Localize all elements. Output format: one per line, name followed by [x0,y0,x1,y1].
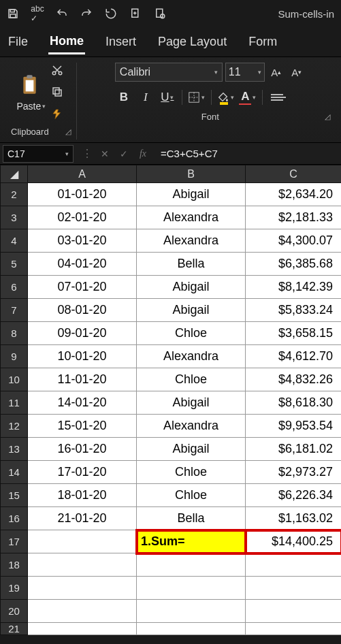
cell[interactable]: $4,612.70 [246,345,342,368]
row-header[interactable]: 8 [1,322,28,345]
cell[interactable]: Abigail [137,438,246,461]
table-row[interactable]: 6 07-01-20 Abigail $8,142.39 [1,276,342,299]
cell[interactable]: Bella [137,253,246,276]
fill-color-button[interactable]: ▾ [217,88,235,106]
sum-row[interactable]: 17 1.Sum= $14,400.25 [1,530,342,553]
cell[interactable]: 08-01-20 [28,299,137,322]
row-header[interactable]: 4 [1,229,28,253]
enter-formula-icon[interactable]: ✓ [117,148,131,159]
row-header[interactable]: 9 [1,345,28,368]
repeat-icon[interactable] [102,5,120,22]
tab-file[interactable]: File [7,31,29,53]
cell[interactable]: 16-01-20 [28,438,137,461]
cell[interactable]: $6,385.68 [246,253,342,276]
row-header[interactable]: 14 [1,461,28,484]
cell[interactable]: Chloe [137,368,246,391]
table-row[interactable]: 18 [1,553,342,577]
row-header[interactable]: 12 [1,415,28,438]
sum-label-cell[interactable]: 1.Sum= [137,530,246,553]
cell[interactable] [137,600,246,623]
cell[interactable]: Alexandra [137,229,246,253]
cell[interactable] [28,600,137,623]
cell[interactable]: 04-01-20 [28,253,137,276]
cell[interactable]: 11-01-20 [28,368,137,391]
table-row[interactable]: 8 09-01-20 Chloe $3,658.15 [1,322,342,345]
table-row[interactable]: 9 10-01-20 Alexandra $4,612.70 [1,345,342,368]
clipboard-launcher-icon[interactable]: ◿ [65,127,71,136]
cell[interactable]: $2,181.33 [246,206,342,229]
cell[interactable] [28,577,137,600]
cell[interactable]: Alexandra [137,415,246,438]
row-header[interactable]: 21 [1,623,28,635]
underline-button[interactable]: U▾ [159,88,176,106]
cell[interactable]: 18-01-20 [28,484,137,507]
cell[interactable] [28,553,137,577]
cell[interactable]: $2,634.20 [246,183,342,206]
row-header[interactable]: 17 [1,530,28,553]
row-header[interactable]: 3 [1,206,28,229]
cell[interactable]: $8,142.39 [246,276,342,299]
increase-font-icon[interactable]: A▴ [267,63,285,81]
col-header-b[interactable]: B [137,165,246,183]
cell[interactable]: Abigail [137,391,246,415]
cell[interactable]: $6,181.02 [246,438,342,461]
print-preview-icon[interactable] [151,5,169,22]
row-header[interactable]: 19 [1,577,28,600]
cell[interactable]: $2,973.27 [246,461,342,484]
row-header[interactable]: 10 [1,368,28,391]
cell[interactable]: Chloe [137,484,246,507]
save-icon[interactable] [4,5,22,22]
font-size-selector[interactable]: 11▾ [225,63,265,82]
cell[interactable]: Abigail [137,299,246,322]
col-header-a[interactable]: A [28,165,137,183]
cell[interactable]: Abigail [137,276,246,299]
cell[interactable]: Alexandra [137,345,246,368]
cell[interactable]: Chloe [137,461,246,484]
tab-page-layout[interactable]: Page Layout [157,31,228,53]
cell[interactable]: 21-01-20 [28,507,137,530]
cell[interactable]: $9,953.54 [246,415,342,438]
row-header[interactable]: 16 [1,507,28,530]
table-row[interactable]: 19 [1,577,342,600]
select-all-corner[interactable]: ◢ [1,165,28,183]
cell[interactable] [246,577,342,600]
row-header[interactable]: 6 [1,276,28,299]
italic-button[interactable]: I [137,88,155,106]
cell[interactable]: $5,833.24 [246,299,342,322]
cell[interactable] [28,530,137,553]
table-row[interactable]: 4 03-01-20 Alexandra $4,300.07 [1,229,342,253]
table-row[interactable]: 15 18-01-20 Chloe $6,226.34 [1,484,342,507]
row-header[interactable]: 7 [1,299,28,322]
font-color-button[interactable]: A▾ [239,88,257,106]
cell[interactable]: $6,226.34 [246,484,342,507]
cell[interactable]: 15-01-20 [28,415,137,438]
font-name-selector[interactable]: Calibri▾ [115,63,223,82]
formula-input[interactable]: =C3+C5+C7 [155,148,341,159]
col-header-c[interactable]: C [246,165,342,183]
table-row[interactable]: 21 [1,623,342,635]
borders-button[interactable]: ▾ [188,88,206,106]
row-header[interactable]: 11 [1,391,28,415]
row-header[interactable]: 18 [1,553,28,577]
cell[interactable]: $4,832.26 [246,368,342,391]
table-row[interactable]: 5 04-01-20 Bella $6,385.68 [1,253,342,276]
fx-icon[interactable]: fx [136,148,150,159]
table-row[interactable]: 20 [1,600,342,623]
row-header[interactable]: 5 [1,253,28,276]
worksheet-grid[interactable]: ◢ A B C 2 01-01-20 Abigail $2,634.203 02… [0,165,341,635]
cell[interactable]: Bella [137,507,246,530]
cell[interactable]: $4,300.07 [246,229,342,253]
row-header[interactable]: 13 [1,438,28,461]
tab-home[interactable]: Home [48,30,85,54]
table-row[interactable]: 14 17-01-20 Chloe $2,973.27 [1,461,342,484]
row-header[interactable]: 2 [1,183,28,206]
table-row[interactable]: 10 11-01-20 Chloe $4,832.26 [1,368,342,391]
cell[interactable]: 10-01-20 [28,345,137,368]
cut-icon[interactable] [50,63,65,78]
undo-icon[interactable] [53,5,71,22]
align-buttons[interactable] [268,94,286,101]
table-row[interactable]: 3 02-01-20 Alexandra $2,181.33 [1,206,342,229]
cancel-formula-icon[interactable]: ✕ [98,148,112,159]
row-header[interactable]: 20 [1,600,28,623]
cell[interactable]: 02-01-20 [28,206,137,229]
